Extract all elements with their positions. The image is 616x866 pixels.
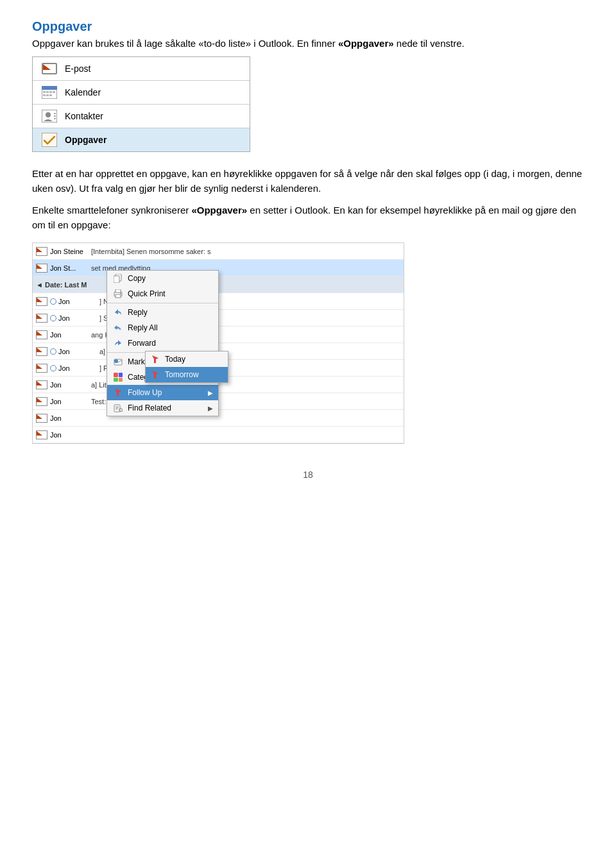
page-title: Oppgaver: [32, 19, 584, 34]
mark-unread-icon: [112, 357, 124, 367]
email-sender-r3: Jon: [50, 331, 89, 339]
email-sender-r5: Jon: [58, 364, 97, 372]
svg-rect-7: [46, 94, 49, 96]
menu-separator-1: [107, 303, 218, 303]
menu-label-forward: Forward: [128, 339, 156, 348]
svg-rect-19: [116, 294, 121, 298]
email-sender-r8: Jon: [50, 414, 89, 422]
contacts-nav-icon: [40, 109, 58, 123]
body2-start: Enkelte smarttelefoner synkroniserer: [32, 205, 191, 216]
menu-item-copy[interactable]: Copy: [107, 271, 218, 286]
screenshot-container: Jon Steine [Internbita] Senen morsomme s…: [32, 242, 404, 444]
menu-label-find-related: Find Related: [128, 403, 171, 412]
email-nav-icon: [40, 62, 58, 76]
email-icon-sm-4: [36, 314, 47, 323]
email-sender-r6: Jon: [50, 381, 89, 389]
unread-dot: [50, 365, 56, 371]
nav-panel: E-post Kalender: [32, 56, 250, 152]
email-icon-sm-7: [36, 364, 47, 373]
submenu-item-tomorrow[interactable]: Tomorrow: [146, 367, 228, 382]
tomorrow-flag-icon: [151, 370, 161, 379]
svg-rect-1: [42, 86, 57, 90]
nav-item-contacts[interactable]: Kontakter: [33, 105, 250, 128]
svg-rect-5: [53, 91, 55, 93]
email-icon-sm-10: [36, 414, 47, 423]
forward-icon: [112, 338, 124, 348]
nav-item-calendar[interactable]: Kalender: [33, 81, 250, 105]
follow-up-arrow: ▶: [208, 389, 213, 396]
menu-item-reply-all[interactable]: Reply All: [107, 320, 218, 335]
email-icon-sm-11: [36, 430, 47, 439]
svg-rect-12: [54, 115, 56, 117]
svg-rect-11: [54, 113, 56, 114]
nav-label-calendar: Kalender: [65, 87, 101, 98]
menu-label-quick-print: Quick Print: [128, 289, 166, 298]
svg-rect-6: [43, 94, 46, 96]
svg-rect-18: [116, 289, 121, 293]
svg-rect-16: [114, 276, 119, 283]
follow-up-submenu: Today Tomorrow: [145, 351, 228, 383]
body-text-2: Enkelte smarttelefoner synkroniserer «Op…: [32, 203, 584, 233]
email-icon-sm: [36, 247, 47, 256]
intro-text-1: Oppgaver kan brukes til å lage såkalte «…: [32, 38, 338, 49]
svg-line-28: [122, 411, 123, 412]
unread-dot: [50, 315, 56, 321]
today-flag-icon: [151, 355, 161, 364]
email-sender-r1: Jon: [58, 298, 97, 305]
list-item[interactable]: Jon: [33, 427, 404, 443]
menu-item-reply[interactable]: Reply: [107, 305, 218, 320]
email-icon-sm-6: [36, 347, 47, 356]
email-icon-sm-8: [36, 380, 47, 389]
find-related-icon: [112, 403, 124, 413]
follow-up-icon: [112, 387, 124, 398]
nav-label-contacts: Kontakter: [65, 111, 103, 121]
menu-label-reply: Reply: [128, 308, 148, 317]
menu-label-reply-all: Reply All: [128, 323, 158, 332]
body2-bold: «Oppgaver»: [191, 205, 247, 216]
date-separator-label: ◄ Date: Last M: [36, 281, 87, 289]
svg-rect-8: [49, 94, 52, 96]
email-sender-r2: Jon: [58, 314, 97, 322]
email-row-top[interactable]: Jon Steine [Internbita] Senen morsomme s…: [33, 243, 404, 260]
intro-bold: «Oppgaver»: [338, 38, 394, 49]
email-icon-sm-2: [36, 264, 47, 273]
svg-rect-13: [54, 118, 56, 119]
page-number: 18: [32, 470, 584, 480]
categorize-icon: [112, 372, 124, 382]
email-sender-second: Jon St...: [50, 264, 89, 272]
menu-item-find-related[interactable]: Find Related ▶: [107, 400, 218, 416]
reply-icon: [112, 307, 124, 318]
menu-label-follow-up: Follow Up: [128, 388, 162, 397]
nav-label-tasks: Oppgaver: [65, 135, 107, 145]
svg-rect-3: [46, 91, 49, 93]
email-sender-r7: Jon: [50, 398, 89, 405]
context-menu: Copy Quick Print Reply: [107, 270, 219, 416]
submenu-item-today[interactable]: Today: [146, 352, 228, 367]
calendar-nav-icon: [40, 85, 58, 99]
email-icon-sm-3: [36, 297, 47, 306]
copy-icon: [112, 273, 124, 284]
email-subject-top: [Internbita] Senen morsomme saker: s: [91, 248, 400, 255]
email-sender-r9: Jon: [50, 431, 89, 439]
tasks-nav-icon: [40, 133, 58, 147]
svg-point-10: [46, 112, 51, 117]
menu-label-copy: Copy: [128, 274, 146, 283]
nav-label-email: E-post: [65, 64, 90, 74]
svg-rect-4: [49, 91, 52, 93]
email-icon-sm-9: [36, 397, 47, 406]
unread-dot: [50, 298, 56, 305]
submenu-label-tomorrow: Tomorrow: [165, 370, 199, 379]
nav-item-tasks[interactable]: Oppgaver: [33, 128, 250, 151]
menu-item-follow-up[interactable]: Follow Up ▶: [107, 385, 218, 400]
menu-item-forward[interactable]: Forward: [107, 335, 218, 351]
email-icon-sm-5: [36, 330, 47, 339]
reply-all-icon: [112, 323, 124, 333]
intro-paragraph: Oppgaver kan brukes til å lage såkalte «…: [32, 38, 584, 49]
nav-item-email[interactable]: E-post: [33, 57, 250, 81]
print-icon: [112, 289, 124, 299]
svg-rect-2: [43, 91, 46, 93]
menu-item-quick-print[interactable]: Quick Print: [107, 286, 218, 301]
intro-text-end: nede til venstre.: [394, 38, 465, 49]
unread-dot: [50, 348, 56, 355]
svg-point-20: [120, 293, 121, 294]
